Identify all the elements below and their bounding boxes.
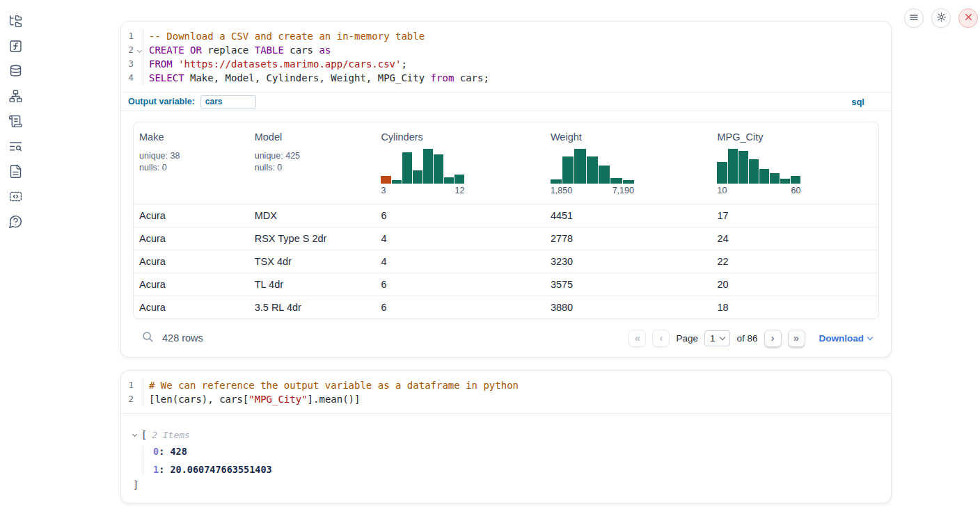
next-page-icon: › [771, 333, 775, 343]
last-page-icon: » [793, 333, 799, 343]
function-square-icon [8, 39, 23, 56]
prev-page-icon: ‹ [660, 333, 663, 343]
sidebar-item-logs[interactable] [8, 140, 23, 155]
download-button[interactable]: Download [819, 333, 873, 344]
shutdown-button[interactable] [958, 8, 978, 28]
notebook-main: 1-- Download a CSV and create an in-memo… [120, 0, 892, 504]
dependency-graph-icon [8, 89, 23, 106]
sidebar-item-dependencies[interactable] [8, 90, 23, 105]
histogram-bar [717, 162, 727, 184]
page-select-value: 1 [710, 333, 716, 344]
histogram-min-label: 10 [717, 186, 727, 195]
histogram-bar [574, 149, 585, 184]
line-number: 3 [121, 57, 143, 71]
python-code-editor[interactable]: 1# We can reference the output variable … [121, 371, 891, 413]
code-line[interactable]: 2[len(cars), cars["MPG_City"].mean()] [121, 392, 891, 406]
settings-button[interactable] [931, 8, 951, 28]
row-count-label: 428 rows [162, 332, 203, 344]
table-row[interactable]: Acura3.5 RL 4dr6388018 [134, 296, 878, 319]
sidebar-item-help[interactable] [8, 215, 23, 230]
tree-entry: 0: 428 [153, 446, 891, 457]
column-header-model[interactable]: Modelunique: 425nulls: 0 [249, 122, 376, 204]
table-cell: 3.5 RL 4dr [249, 302, 376, 313]
line-number: 1 [121, 29, 143, 43]
help-bubble-icon [8, 214, 23, 231]
collapse-chevron-icon[interactable] [132, 431, 137, 436]
sidebar-item-functions[interactable] [8, 40, 23, 55]
first-page-button[interactable]: « [629, 330, 646, 347]
table-row[interactable]: AcuraMDX6445117 [134, 204, 878, 227]
histogram-max-label: 60 [791, 186, 801, 195]
menu-button[interactable] [904, 8, 924, 28]
last-page-button[interactable]: » [788, 330, 805, 347]
column-histogram: 1,8507,190 [551, 149, 634, 195]
column-header-make[interactable]: Makeunique: 38nulls: 0 [134, 122, 249, 204]
download-label: Download [819, 333, 864, 344]
table-cell: 6 [375, 302, 545, 313]
code-line[interactable]: 3FROM 'https://datasets.marimo.app/cars.… [121, 57, 891, 71]
table-cell: 6 [375, 210, 545, 221]
output-variable-label: Output variable: [128, 97, 195, 106]
table-output-area: Makeunique: 38nulls: 0Modelunique: 425nu… [121, 111, 891, 357]
column-header-cylinders[interactable]: Cylinders312 [375, 122, 545, 204]
histogram-bar [551, 179, 562, 184]
fold-chevron-icon[interactable] [137, 48, 142, 53]
histogram-bar [392, 180, 402, 184]
table-cell: Acura [134, 256, 249, 267]
page-label: Page [676, 333, 698, 344]
code-line[interactable]: 1-- Download a CSV and create an in-memo… [121, 29, 891, 43]
histogram-min-label: 3 [381, 186, 386, 195]
table-header-row: Makeunique: 38nulls: 0Modelunique: 425nu… [134, 122, 878, 204]
chevron-down-icon [720, 334, 725, 339]
histogram-bar [791, 176, 800, 184]
sql-code-editor[interactable]: 1-- Download a CSV and create an in-memo… [121, 22, 891, 92]
tree-entry-key: 1 [153, 464, 159, 475]
histogram-bar [562, 156, 574, 184]
sidebar-item-documentation[interactable] [8, 165, 23, 180]
table-body: AcuraMDX6445117AcuraRSX Type S 2dr427782… [134, 204, 878, 319]
column-header-weight[interactable]: Weight1,8507,190 [545, 122, 712, 204]
histogram-bar [455, 175, 464, 184]
histogram-bar [738, 151, 748, 184]
histogram-bar [402, 152, 412, 184]
page-select[interactable]: 1 [704, 330, 731, 346]
table-row[interactable]: AcuraTL 4dr6357520 [134, 273, 878, 296]
table-cell: 17 [711, 210, 878, 221]
sidebar-item-file-explorer[interactable] [8, 15, 23, 30]
code-line[interactable]: 1# We can reference the output variable … [121, 378, 891, 392]
scroll-icon [8, 114, 23, 131]
histogram-bar [759, 169, 769, 184]
sidebar-item-datasources[interactable] [8, 65, 23, 80]
output-variable-input[interactable] [200, 95, 256, 108]
python-output-tree: [ 2 Items 0: 4281: 20.060747663551403 ] [121, 414, 891, 503]
column-header-mpg_city[interactable]: MPG_City1060 [711, 122, 878, 204]
histogram-bar [444, 177, 454, 184]
code-line[interactable]: 4SELECT Make, Model, Cylinders, Weight, … [121, 71, 891, 85]
table-row[interactable]: AcuraTSX 4dr4323022 [134, 250, 878, 273]
table-cell: 24 [711, 233, 878, 244]
output-variable-row: Output variable: sql [121, 92, 891, 111]
data-table: Makeunique: 38nulls: 0Modelunique: 425nu… [133, 122, 879, 319]
column-name: Make [139, 131, 244, 143]
database-icon [8, 64, 23, 81]
tree-entry: 1: 20.060747663551403 [153, 464, 891, 475]
next-page-button[interactable]: › [764, 330, 782, 347]
tree-open-bracket: [ [141, 429, 147, 440]
table-row[interactable]: AcuraRSX Type S 2dr4277824 [134, 227, 878, 250]
sidebar-item-snippets[interactable] [8, 190, 23, 205]
table-cell: MDX [249, 210, 376, 221]
table-cell: Acura [134, 279, 249, 290]
table-cell: 3230 [545, 256, 712, 267]
table-cell: Acura [134, 210, 249, 221]
code-text: [len(cars), cars["MPG_City"].mean()] [143, 392, 360, 406]
column-histogram: 312 [381, 149, 464, 195]
hamburger-icon [909, 13, 919, 24]
line-number: 2 [121, 392, 143, 406]
close-icon [964, 13, 973, 24]
code-line[interactable]: 2CREATE OR replace TABLE cars as [121, 43, 891, 57]
prev-page-button[interactable]: ‹ [652, 330, 670, 347]
sidebar-item-scratchpad[interactable] [8, 115, 23, 130]
notebook-actions [904, 8, 978, 28]
histogram-bar [381, 176, 390, 184]
search-icon[interactable] [142, 331, 154, 346]
